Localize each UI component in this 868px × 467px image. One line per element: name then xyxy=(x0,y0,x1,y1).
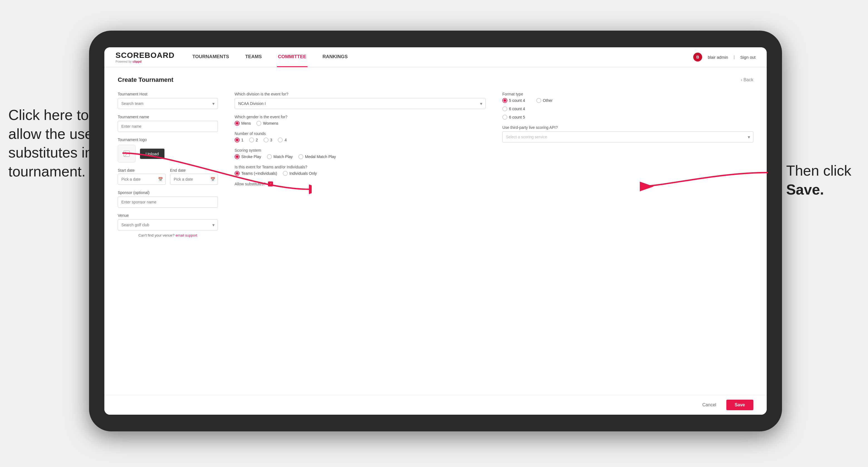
scoring-api-group: Use third-party live scoring API? Select… xyxy=(502,125,753,143)
logo-scoreboard: SCOREBOARD xyxy=(116,51,175,60)
division-select-wrapper: NCAA Division I xyxy=(235,98,486,109)
format-type-label: Format type xyxy=(502,92,753,96)
format-other-label: Other xyxy=(543,98,553,103)
format-options: 5 count 4 Other 6 count 4 xyxy=(502,98,753,120)
gender-womens-radio[interactable] xyxy=(256,121,261,126)
rounds-1-radio[interactable] xyxy=(235,137,240,143)
rounds-4-label: 4 xyxy=(284,138,287,142)
format-6count5-label: 6 count 5 xyxy=(509,115,525,119)
rounds-1-label: 1 xyxy=(241,138,244,142)
division-group: Which division is the event for? NCAA Di… xyxy=(235,92,486,109)
rounds-4-radio[interactable] xyxy=(278,137,283,143)
venue-input[interactable] xyxy=(118,219,218,230)
main-content: Create Tournament ‹ Back Tournament Host xyxy=(104,67,767,395)
arrow-right-icon xyxy=(634,164,773,197)
tournament-host-label: Tournament Host xyxy=(118,92,218,96)
format-row-1: 5 count 4 Other xyxy=(502,98,753,103)
rounds-3[interactable]: 3 xyxy=(264,137,273,143)
form-footer: Cancel Save xyxy=(104,395,767,415)
logo-powered-by: Powered by clippd xyxy=(116,60,175,63)
annotation-left-line4: tournament. xyxy=(8,163,86,180)
venue-help-text: Can't find your venue? email support xyxy=(118,233,218,238)
tournament-name-group: Tournament name xyxy=(118,115,218,132)
cancel-button[interactable]: Cancel xyxy=(697,400,722,410)
gender-mens-radio[interactable] xyxy=(235,121,240,126)
format-6count4-radio[interactable] xyxy=(502,106,507,111)
division-label: Which division is the event for? xyxy=(235,92,486,96)
nav-item-committee[interactable]: COMMITTEE xyxy=(277,47,308,67)
tablet-screen: SCOREBOARD Powered by clippd TOURNAMENTS… xyxy=(104,47,767,415)
save-button[interactable]: Save xyxy=(726,400,753,410)
user-avatar: B xyxy=(693,53,702,62)
venue-label: Venue xyxy=(118,213,218,218)
format-other-radio[interactable] xyxy=(536,98,541,103)
back-link[interactable]: ‹ Back xyxy=(741,77,753,82)
back-label: Back xyxy=(743,77,753,82)
page-title: Create Tournament xyxy=(118,76,174,84)
format-6count4-label: 6 count 4 xyxy=(509,106,525,111)
page-header: Create Tournament ‹ Back xyxy=(118,76,753,84)
format-5count4[interactable]: 5 count 4 xyxy=(502,98,525,103)
tournament-host-group: Tournament Host xyxy=(118,92,218,109)
format-6count5[interactable]: 6 count 5 xyxy=(502,115,753,120)
gender-womens[interactable]: Womens xyxy=(256,121,278,126)
gender-group: Which gender is the event for? Mens Wome… xyxy=(235,115,486,126)
tournament-name-input[interactable] xyxy=(118,121,218,132)
format-5count4-radio[interactable] xyxy=(502,98,507,103)
venue-select-wrapper xyxy=(118,219,218,230)
format-6count5-radio[interactable] xyxy=(502,115,507,120)
annotation-left-line1: Click here to xyxy=(8,107,89,123)
nav-items: TOURNAMENTS TEAMS COMMITTEE RANKINGS xyxy=(191,47,693,67)
nav-item-rankings[interactable]: RANKINGS xyxy=(321,47,349,67)
rounds-2[interactable]: 2 xyxy=(249,137,258,143)
tournament-logo-label: Tournament logo xyxy=(118,137,218,142)
nav-item-tournaments[interactable]: TOURNAMENTS xyxy=(191,47,230,67)
scoring-api-select-wrapper: Select a scoring service xyxy=(502,131,753,143)
rounds-2-radio[interactable] xyxy=(249,137,254,143)
rounds-2-label: 2 xyxy=(256,138,258,142)
tablet-device: SCOREBOARD Powered by clippd TOURNAMENTS… xyxy=(89,31,782,431)
format-5count4-label: 5 count 4 xyxy=(509,98,525,103)
rounds-label: Number of rounds xyxy=(235,131,486,136)
navbar: SCOREBOARD Powered by clippd TOURNAMENTS… xyxy=(104,47,767,67)
logo-area: SCOREBOARD Powered by clippd xyxy=(116,51,175,63)
gender-radio-group: Mens Womens xyxy=(235,121,486,126)
format-6count4[interactable]: 6 count 4 xyxy=(502,106,753,111)
tournament-host-select-wrapper xyxy=(118,98,218,109)
venue-group: Venue Can't find your venue? email suppo… xyxy=(118,213,218,238)
rounds-4[interactable]: 4 xyxy=(278,137,287,143)
tournament-name-label: Tournament name xyxy=(118,115,218,119)
nav-right: B blair admin | Sign out xyxy=(693,53,755,62)
gender-mens-label: Mens xyxy=(241,121,251,126)
scoring-api-select[interactable]: Select a scoring service xyxy=(502,131,753,143)
rounds-3-radio[interactable] xyxy=(264,137,269,143)
arrow-left-icon xyxy=(117,148,312,203)
annotation-right-line1: Then click xyxy=(786,162,851,179)
sign-out-link[interactable]: Sign out xyxy=(740,55,755,60)
rounds-3-label: 3 xyxy=(270,138,273,142)
nav-item-teams[interactable]: TEAMS xyxy=(244,47,263,67)
tournament-host-input[interactable] xyxy=(118,98,218,109)
format-other[interactable]: Other xyxy=(536,98,553,103)
scoring-api-label: Use third-party live scoring API? xyxy=(502,125,753,130)
annotation-right: Then click Save. xyxy=(786,161,851,199)
rounds-group: Number of rounds 1 2 xyxy=(235,131,486,143)
rounds-radio-group: 1 2 3 4 xyxy=(235,137,486,143)
gender-label: Which gender is the event for? xyxy=(235,115,486,119)
rounds-1[interactable]: 1 xyxy=(235,137,244,143)
venue-email-link[interactable]: email support xyxy=(176,233,197,238)
gender-womens-label: Womens xyxy=(263,121,278,126)
gender-mens[interactable]: Mens xyxy=(235,121,251,126)
format-type-group: Format type 5 count 4 Other xyxy=(502,92,753,120)
division-select[interactable]: NCAA Division I xyxy=(235,98,486,109)
annotation-right-line2: Save. xyxy=(786,182,824,197)
nav-user-name: blair admin xyxy=(708,55,728,60)
